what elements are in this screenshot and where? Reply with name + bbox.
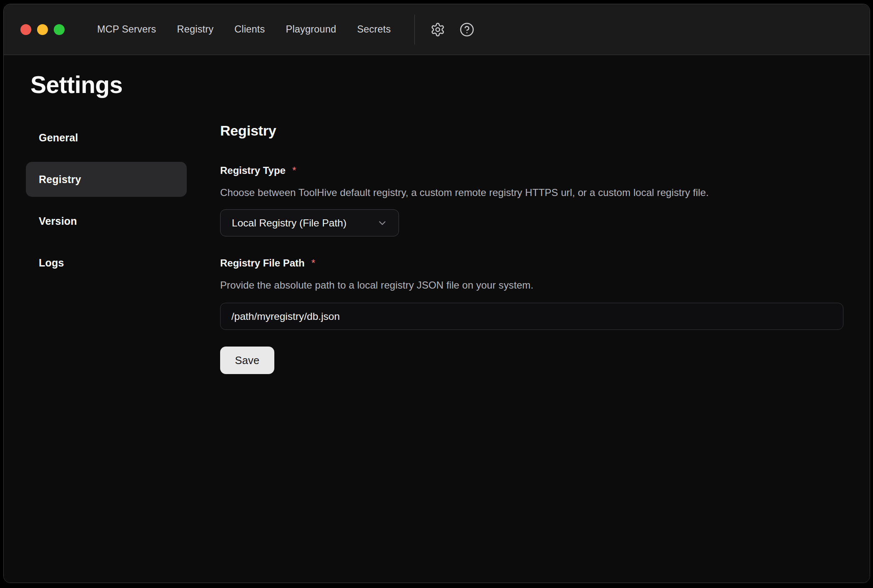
section-title: Registry <box>220 123 843 139</box>
sidebar-item-version[interactable]: Version <box>26 204 187 239</box>
save-button[interactable]: Save <box>220 347 274 374</box>
nav-item-secrets[interactable]: Secrets <box>357 24 391 35</box>
help-button[interactable] <box>459 22 475 38</box>
help-circle-icon <box>459 22 474 37</box>
zoom-button[interactable] <box>54 24 65 35</box>
minimize-button[interactable] <box>37 24 48 35</box>
titlebar: MCP Servers Registry Clients Playground … <box>4 4 870 55</box>
gear-icon <box>430 22 445 37</box>
registry-file-path-input[interactable] <box>220 303 843 330</box>
nav-item-clients[interactable]: Clients <box>234 24 265 35</box>
traffic-lights <box>20 24 65 35</box>
settings-sidebar: General Registry Version Logs <box>26 120 187 374</box>
nav-item-registry[interactable]: Registry <box>177 24 214 35</box>
registry-type-value: Local Registry (File Path) <box>232 217 346 229</box>
registry-file-path-label: Registry File Path <box>220 257 305 269</box>
registry-type-description: Choose between ToolHive default registry… <box>220 187 843 199</box>
settings-page: Settings General Registry Version Logs R… <box>4 55 870 583</box>
titlebar-divider <box>414 15 415 45</box>
nav-item-mcp-servers[interactable]: MCP Servers <box>97 24 156 35</box>
chevron-down-icon <box>369 218 388 229</box>
page-title: Settings <box>30 71 870 98</box>
registry-type-label: Registry Type <box>220 165 286 176</box>
sidebar-item-logs[interactable]: Logs <box>26 245 187 280</box>
registry-type-select[interactable]: Local Registry (File Path) <box>220 209 399 236</box>
registry-type-field: Registry Type * <box>220 165 843 176</box>
app-window: MCP Servers Registry Clients Playground … <box>3 4 870 583</box>
main-nav: MCP Servers Registry Clients Playground … <box>97 24 391 35</box>
settings-gear-button[interactable] <box>430 22 446 38</box>
registry-settings-panel: Registry Registry Type * Choose between … <box>220 120 870 374</box>
close-button[interactable] <box>20 24 31 35</box>
required-asterisk: * <box>292 165 296 176</box>
sidebar-item-general[interactable]: General <box>26 120 187 155</box>
nav-item-playground[interactable]: Playground <box>286 24 336 35</box>
registry-file-path-field: Registry File Path * <box>220 257 843 269</box>
registry-file-path-description: Provide the absolute path to a local reg… <box>220 279 843 291</box>
sidebar-item-registry[interactable]: Registry <box>26 162 187 197</box>
required-asterisk: * <box>311 257 315 268</box>
titlebar-icons <box>430 22 475 38</box>
